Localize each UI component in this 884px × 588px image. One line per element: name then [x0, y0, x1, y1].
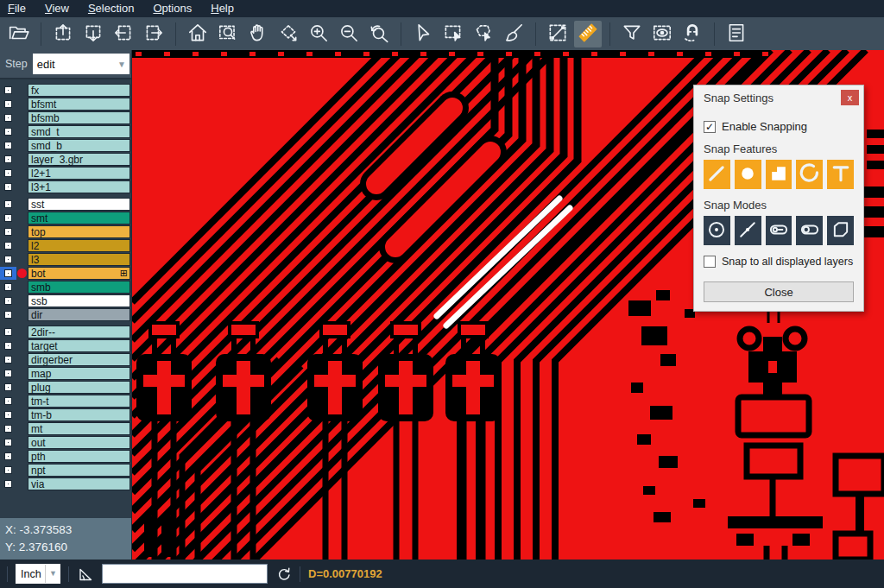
open-folder-button[interactable] — [5, 21, 33, 47]
layer-visibility-checkbox[interactable] — [5, 229, 11, 235]
layer-name-map[interactable]: map — [28, 367, 130, 380]
grid-icon[interactable]: ⊞ — [120, 269, 128, 278]
snap-mode-slot-center-button[interactable] — [796, 216, 823, 245]
layer-visibility-checkbox[interactable] — [5, 343, 11, 349]
close-icon[interactable]: x — [841, 90, 859, 105]
layer-name-dirgerber[interactable]: dirgerber — [28, 353, 130, 366]
snap-mode-corner-button[interactable] — [827, 216, 854, 245]
layer-visibility-checkbox[interactable] — [5, 312, 11, 318]
menu-help[interactable]: Help — [211, 0, 234, 17]
layer-name-2dir--[interactable]: 2dir-- — [28, 326, 130, 338]
ruler-button[interactable] — [574, 21, 602, 47]
measure-line-button[interactable] — [544, 21, 571, 47]
layer-name-smb[interactable]: smb — [28, 281, 130, 294]
snap-feature-line-button[interactable] — [704, 160, 730, 189]
unit-select[interactable]: Inch ▼ — [16, 564, 60, 584]
page-right-button[interactable] — [140, 21, 167, 47]
snap-all-layers-checkbox[interactable] — [704, 256, 716, 268]
layer-name-l3+1[interactable]: l3+1 — [28, 180, 130, 193]
menu-options[interactable]: Options — [153, 0, 192, 17]
layer-visibility-checkbox[interactable] — [5, 170, 11, 176]
home-button[interactable] — [184, 21, 212, 47]
menu-selection[interactable]: Selection — [88, 0, 134, 17]
select-arrow-button[interactable] — [409, 21, 437, 47]
layer-name-tm-t[interactable]: tm-t — [28, 395, 130, 408]
menu-file[interactable]: File — [8, 0, 26, 17]
layer-visibility-checkbox[interactable] — [5, 184, 11, 190]
zoom-out-button[interactable] — [335, 21, 363, 47]
snap-magnet-button[interactable] — [679, 21, 706, 47]
layer-name-layer_3.gbr[interactable]: layer_3.gbr — [28, 153, 130, 166]
layer-name-smd_t[interactable]: smd_t — [28, 125, 130, 138]
measure-input[interactable] — [102, 564, 268, 584]
zoom-object-button[interactable] — [275, 21, 302, 47]
layer-visibility-checkbox[interactable] — [5, 284, 11, 290]
layer-name-bfsmt[interactable]: bfsmt — [28, 98, 130, 111]
report-button[interactable] — [723, 21, 750, 47]
layer-name-fx[interactable]: fx — [28, 84, 130, 97]
layer-visibility-checkbox[interactable] — [5, 243, 11, 249]
layer-name-l3[interactable]: l3 — [28, 253, 130, 266]
layer-name-ssb[interactable]: ssb — [28, 294, 130, 307]
display-options-button[interactable] — [648, 21, 676, 47]
refresh-icon[interactable] — [275, 566, 292, 582]
layer-name-l2+1[interactable]: l2+1 — [28, 167, 130, 180]
close-button[interactable]: Close — [704, 281, 854, 302]
layer-name-out[interactable]: out — [28, 436, 130, 449]
pan-hand-button[interactable] — [244, 21, 272, 47]
snap-mode-midpoint-button[interactable] — [735, 216, 761, 245]
zoom-in-button[interactable] — [305, 21, 332, 47]
layer-name-target[interactable]: target — [28, 339, 130, 352]
layer-visibility-checkbox[interactable] — [5, 398, 11, 404]
layer-visibility-checkbox[interactable] — [5, 370, 11, 376]
layer-visibility-checkbox[interactable] — [5, 201, 11, 207]
layer-name-via[interactable]: via — [28, 477, 130, 490]
layer-visibility-checkbox[interactable] — [5, 384, 11, 390]
clear-brush-button[interactable] — [500, 21, 527, 47]
snap-feature-text-button[interactable] — [827, 160, 854, 189]
step-select[interactable]: edit ▼ — [33, 54, 129, 74]
layer-visibility-checkbox[interactable] — [5, 453, 11, 459]
snap-feature-arc-button[interactable] — [796, 160, 823, 189]
layer-name-l2[interactable]: l2 — [28, 239, 130, 252]
menu-view[interactable]: View — [45, 0, 69, 17]
layer-visibility-checkbox[interactable] — [5, 129, 11, 135]
layer-visibility-checkbox[interactable] — [5, 467, 11, 473]
layer-visibility-checkbox[interactable] — [5, 439, 11, 446]
layer-visibility-checkbox[interactable] — [5, 270, 11, 276]
select-polygon-button[interactable] — [470, 21, 497, 47]
layer-name-bot[interactable]: bot⊞ — [28, 267, 130, 280]
select-window-button[interactable] — [439, 21, 467, 47]
layer-visibility-checkbox[interactable] — [5, 87, 11, 93]
layer-visibility-checkbox[interactable] — [5, 426, 11, 432]
layer-name-plug[interactable]: plug — [28, 381, 130, 394]
page-up-button[interactable] — [49, 21, 77, 47]
layer-name-dir[interactable]: dir — [28, 308, 130, 321]
page-down-button[interactable] — [79, 21, 107, 47]
layer-visibility-checkbox[interactable] — [5, 142, 11, 149]
snap-feature-pad-button[interactable] — [735, 160, 761, 189]
layer-name-smt[interactable]: smt — [28, 212, 130, 224]
layer-name-mt[interactable]: mt — [28, 422, 130, 435]
layer-visibility-checkbox[interactable] — [5, 412, 11, 418]
snap-mode-center-button[interactable] — [704, 216, 730, 245]
dialog-title-bar[interactable]: Snap Settings x — [694, 85, 863, 110]
page-left-button[interactable] — [110, 21, 137, 47]
layer-name-pth[interactable]: pth — [28, 450, 130, 463]
layer-name-npt[interactable]: npt — [28, 464, 130, 477]
layer-visibility-checkbox[interactable] — [5, 256, 11, 262]
layer-name-bfsmb[interactable]: bfsmb — [28, 111, 130, 124]
layer-visibility-checkbox[interactable] — [5, 101, 11, 107]
zoom-previous-button[interactable] — [365, 21, 393, 47]
layer-name-smd_b[interactable]: smd_b — [28, 139, 130, 152]
zoom-window-button[interactable] — [214, 21, 242, 47]
layer-visibility-checkbox[interactable] — [5, 329, 11, 335]
layer-visibility-checkbox[interactable] — [5, 357, 11, 363]
layer-visibility-checkbox[interactable] — [5, 481, 11, 487]
snap-mode-slot-end-button[interactable] — [766, 216, 792, 245]
angle-measure-icon[interactable] — [77, 566, 94, 583]
layer-name-top[interactable]: top — [28, 225, 130, 238]
filter-button[interactable] — [618, 21, 646, 47]
layer-visibility-checkbox[interactable] — [5, 115, 11, 121]
enable-snapping-checkbox[interactable] — [704, 121, 716, 133]
